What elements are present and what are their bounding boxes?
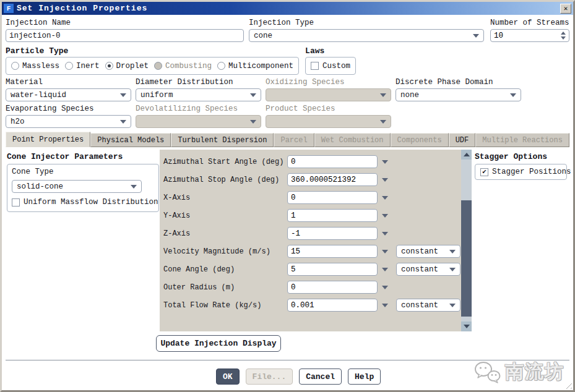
param-expand-button[interactable]	[381, 160, 389, 164]
param-input-cone-angle-deg[interactable]	[287, 263, 378, 276]
param-expand-button[interactable]	[381, 232, 389, 236]
cone-type-value: solid-cone	[17, 182, 63, 191]
watermark: 南流坊	[473, 359, 564, 385]
watermark-text: 南流坊	[505, 359, 564, 385]
number-of-streams-stepper[interactable]	[490, 29, 569, 42]
select-value: water-liquid	[11, 91, 66, 100]
help-button[interactable]: Help	[348, 369, 381, 385]
param-label: Velocity Magnitude (m/s)	[163, 247, 287, 256]
point-properties-panel: Azimuthal Start Angle (deg)Azimuthal Sto…	[160, 150, 472, 331]
param-input-azimuthal-start-angle-deg[interactable]	[287, 155, 378, 168]
devolatilizing-species-label: Devolatilizing Species	[136, 104, 261, 115]
radio-icon	[105, 62, 113, 70]
radio-massless[interactable]: Massless	[11, 62, 59, 70]
chevron-down-icon	[382, 250, 388, 254]
particle-type-title: Particle Type	[6, 46, 299, 57]
param-expand-button[interactable]	[381, 286, 389, 289]
profile-value: constant	[401, 301, 438, 310]
param-label: Outer Radius (m)	[163, 283, 287, 292]
param-input-azimuthal-stop-angle-deg[interactable]	[287, 173, 378, 186]
tab-parcel: Parcel	[274, 133, 314, 147]
window-title: Set Injection Properties	[17, 4, 147, 13]
profile-select-cone-angle-deg[interactable]: constant	[396, 263, 460, 276]
cancel-button[interactable]: Cancel	[299, 369, 342, 385]
profile-select-total-flow-rate-kg-s[interactable]: constant	[396, 299, 460, 312]
tab-physical-models[interactable]: Physical Models	[90, 133, 171, 147]
custom-laws-label: Custom	[322, 62, 350, 70]
diameter-distribution-select[interactable]: uniform	[136, 88, 261, 101]
radio-label: Combusting	[165, 62, 212, 70]
radio-inert[interactable]: Inert	[65, 62, 100, 70]
radio-icon	[65, 62, 73, 70]
param-input-outer-radius-m[interactable]	[287, 281, 378, 294]
param-expand-button[interactable]	[381, 196, 389, 200]
param-input-velocity-magnitude-m-s[interactable]	[287, 245, 378, 258]
chevron-down-icon	[382, 160, 388, 164]
param-label: Azimuthal Stop Angle (deg)	[163, 176, 287, 184]
param-label: Total Flow Rate (kg/s)	[163, 301, 287, 310]
param-label: Cone Angle (deg)	[163, 265, 287, 274]
param-expand-button[interactable]	[381, 268, 389, 271]
radio-droplet[interactable]: Droplet	[105, 62, 149, 70]
injection-type-select[interactable]: cone	[249, 29, 484, 42]
tab-udf[interactable]: UDF	[449, 133, 476, 147]
close-button[interactable]	[560, 4, 571, 14]
chevron-down-icon	[250, 120, 256, 124]
param-expand-button[interactable]	[381, 250, 389, 254]
radio-label: Massless	[22, 62, 59, 70]
set-injection-properties-dialog: F Set Injection Properties Injection Nam…	[0, 0, 575, 392]
titlebar[interactable]: F Set Injection Properties	[2, 2, 573, 15]
spinner-arrows[interactable]	[561, 32, 566, 40]
discrete-phase-domain-select[interactable]: none	[396, 88, 521, 101]
radio-label: Multicomponent	[228, 62, 293, 70]
chevron-down-icon	[120, 120, 126, 124]
spin-up-icon[interactable]	[561, 32, 566, 35]
tab-turbulent-dispersion[interactable]: Turbulent Dispersion	[171, 133, 274, 147]
param-expand-button[interactable]	[381, 304, 389, 307]
cone-type-select[interactable]: solid-cone	[12, 180, 142, 193]
tab-wet-combustion: Wet Combustion	[314, 133, 391, 147]
product-species-select	[266, 115, 391, 128]
chevron-down-icon	[382, 304, 388, 307]
scrollbar-thumb[interactable]	[461, 200, 472, 317]
select-value: h2o	[11, 117, 25, 126]
particle-type-options: MasslessInertDropletCombustingMulticompo…	[6, 57, 299, 75]
spin-down-icon[interactable]	[561, 36, 566, 40]
dialog-body: Injection Name Injection Type cone Numbe…	[2, 15, 573, 392]
profile-select-velocity-magnitude-m-s[interactable]: constant	[396, 245, 460, 258]
param-input-y-axis[interactable]	[287, 209, 378, 222]
param-input-x-axis[interactable]	[287, 191, 378, 204]
material-select[interactable]: water-liquid	[6, 88, 131, 101]
param-expand-button[interactable]	[381, 178, 389, 182]
param-row-outer-radius-m: Outer Radius (m)	[163, 278, 472, 296]
update-injection-display-button[interactable]: Update Injection Display	[156, 335, 281, 352]
close-icon	[564, 4, 568, 13]
stagger-options-title: Stagger Options	[475, 152, 567, 163]
product-species-field: Product Species	[266, 104, 391, 128]
param-input-z-axis[interactable]	[287, 227, 378, 240]
custom-laws-checkbox[interactable]	[311, 62, 319, 70]
chevron-down-icon	[382, 214, 388, 218]
evaporating-species-select[interactable]: h2o	[6, 115, 131, 128]
param-row-y-axis: Y-Axis	[163, 207, 472, 224]
chevron-down-icon	[380, 93, 386, 97]
stagger-positions-checkbox[interactable]	[480, 168, 488, 176]
vertical-scrollbar[interactable]	[461, 150, 472, 331]
chevron-down-icon	[382, 286, 388, 289]
oxidizing-species-field: Oxidizing Species	[266, 78, 391, 101]
param-expand-button[interactable]	[381, 214, 389, 218]
scroll-up-icon[interactable]	[461, 150, 472, 160]
species-row: Evaporating Speciesh2oDevolatilizing Spe…	[6, 104, 569, 128]
number-of-streams-input[interactable]	[494, 32, 547, 40]
radio-multicomponent[interactable]: Multicomponent	[217, 62, 293, 70]
uniform-massflow-checkbox[interactable]	[12, 198, 20, 207]
injection-name-label: Injection Name	[6, 19, 244, 29]
scroll-down-icon[interactable]	[461, 322, 472, 331]
ok-button[interactable]: OK	[216, 369, 240, 385]
laws-title: Laws	[305, 46, 356, 57]
tab-point-properties[interactable]: Point Properties	[6, 132, 90, 147]
injection-type-label: Injection Type	[249, 19, 484, 29]
injection-name-input[interactable]	[6, 29, 244, 42]
chevron-down-icon	[382, 196, 388, 200]
param-input-total-flow-rate-kg-s[interactable]	[287, 299, 378, 312]
